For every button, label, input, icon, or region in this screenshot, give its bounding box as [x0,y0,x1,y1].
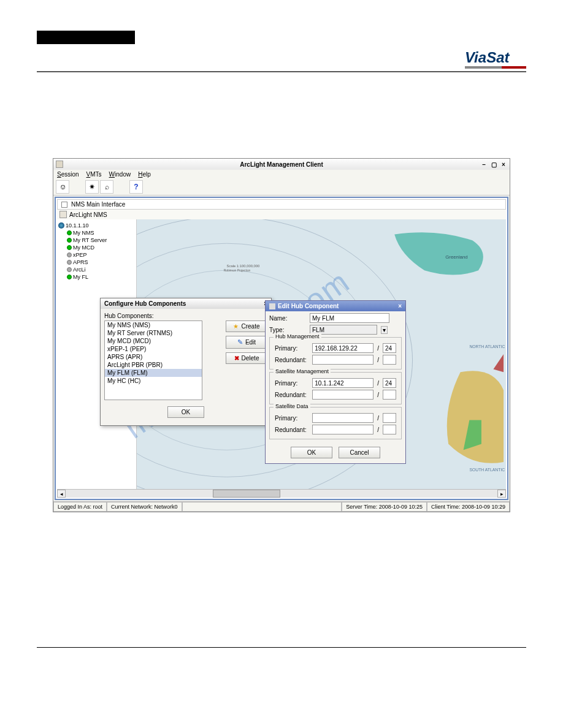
tree-node[interactable]: My NMS [58,229,135,237]
maximize-icon[interactable]: ▢ [490,161,497,168]
toolbar: ⎊ ✷ ⌕ ? [53,179,510,195]
delete-x-icon: ✖ [234,355,239,362]
cancel-button[interactable]: Cancel [339,447,380,458]
tree-node[interactable]: My RT Server [58,237,135,244]
earth-icon [58,222,64,229]
status-dot-icon [67,230,72,235]
name-label: Name: [269,315,306,322]
hub-mgmt-label: Hub Management [274,333,321,339]
dialog-title: Configure Hub Components [104,300,186,307]
scroll-right-arrow[interactable]: ▸ [497,490,506,498]
create-button[interactable]: ★Create [226,320,267,332]
status-server-time: Server Time: 2008-10-09 10:25 [342,502,427,512]
sat-mgmt-redundant-ip[interactable] [312,390,373,400]
edit-hub-dialog: Edit Hub Component × Name: Type: ▾ Hub M… [265,300,406,464]
hub-primary-mask[interactable] [383,343,396,353]
close-icon[interactable]: × [500,161,507,168]
app-window: ArcLight Management Client – ▢ × Session… [53,158,510,512]
sat-data-label: Satellite Data [274,403,310,409]
window-titlebar: ArcLight Management Client – ▢ × [53,159,510,170]
hub-primary-ip[interactable] [312,343,373,353]
svg-text:Greenland: Greenland [445,254,467,260]
subpanel-arclight: ArcLight NMS [57,210,506,219]
status-dot-icon [67,238,72,243]
svg-text:SOUTH ATLANTIC OCEAN: SOUTH ATLANTIC OCEAN [469,468,506,472]
brand-logo: ViaSat [465,49,526,69]
chevron-down-icon[interactable]: ▾ [381,326,388,334]
toolbar-btn-2[interactable]: ✷ [85,180,99,194]
status-network: Current Network: Network0 [107,502,182,512]
list-item[interactable]: APRS (APR) [105,353,202,361]
menu-help[interactable]: Help [138,171,151,178]
toolbar-btn-1[interactable]: ⎊ [56,180,69,194]
window-title: ArcLight Management Client [240,161,323,168]
scroll-left-arrow[interactable]: ◂ [57,490,66,498]
subpanel-nms: NMS Main Interface [57,199,506,210]
sat-data-redundant-mask[interactable] [383,425,396,434]
tree-node[interactable]: ArcLi [58,266,135,273]
edit-button[interactable]: ✎Edit [226,336,267,349]
footer-rule [37,647,526,648]
scroll-thumb[interactable] [213,490,280,498]
list-item[interactable]: My MCD (MCD) [105,337,202,345]
svg-text:Robinson Projection: Robinson Projection [224,269,251,272]
menubar: Session VMTs Window Help [53,170,510,179]
tree-node[interactable]: xPEP [58,251,135,259]
list-item[interactable]: ArcLight PBR (PBR) [105,361,202,369]
tree-node[interactable]: APRS [58,259,135,266]
sat-data-redundant-ip[interactable] [312,425,373,434]
status-dot-icon [67,267,72,272]
status-dot-icon [67,245,72,250]
ok-button[interactable]: OK [291,447,332,458]
delete-button[interactable]: ✖Delete [226,352,267,364]
dialog-title: Edit Hub Component [278,303,339,309]
status-login: Logged In As: root [53,502,107,512]
tree-root[interactable]: 10.1.1.10 [58,222,135,229]
horizontal-scrollbar[interactable]: ◂ ▸ [57,489,506,498]
pencil-icon: ✎ [237,338,243,346]
doc-header-blackbar [37,31,135,44]
list-item[interactable]: My FLM (FLM) [105,369,202,377]
sat-data-primary-ip[interactable] [312,413,373,423]
name-input[interactable] [310,313,389,323]
svg-text:Scale 1:100,000,000: Scale 1:100,000,000 [227,264,260,268]
ok-button[interactable]: OK [167,406,204,418]
sat-mgmt-label: Satellite Management [274,368,331,374]
toolbar-btn-3[interactable]: ⌕ [100,180,113,194]
menu-vmts[interactable]: VMTs [86,171,102,178]
configure-hub-dialog: Configure Hub Components × Hub Component… [100,298,272,426]
close-icon[interactable]: × [398,303,402,309]
tree-node[interactable]: My FL [58,273,135,281]
hub-redundant-mask[interactable] [383,355,396,365]
list-item[interactable]: xPEP-1 (PEP) [105,345,202,353]
app-icon [56,161,63,168]
status-client-time: Client Time: 2008-10-09 10:29 [427,502,510,512]
minimize-icon[interactable]: – [480,161,488,168]
list-item[interactable]: My NMS (NMS) [105,321,202,329]
hub-list-label: Hub Components: [104,313,267,319]
sat-mgmt-primary-ip[interactable] [312,378,373,388]
sat-mgmt-primary-mask[interactable] [383,378,396,388]
tree-node[interactable]: My MCD [58,244,135,251]
list-item[interactable]: My RT Server (RTNMS) [105,329,202,337]
statusbar: Logged In As: root Current Network: Netw… [53,501,510,512]
hub-components-list[interactable]: My NMS (NMS)My RT Server (RTNMS)My MCD (… [104,320,202,400]
star-icon: ★ [233,323,239,330]
status-dot-icon [67,252,72,257]
menu-session[interactable]: Session [57,171,79,178]
sat-mgmt-redundant-mask[interactable] [383,390,396,400]
list-item[interactable]: My HC (HC) [105,377,202,385]
status-dot-icon [67,275,72,279]
menu-window[interactable]: Window [109,171,131,178]
toolbar-help-btn[interactable]: ? [129,180,143,194]
status-dot-icon [67,260,72,265]
svg-text:NORTH ATLANTIC OCEAN: NORTH ATLANTIC OCEAN [469,344,506,349]
type-label: Type: [269,327,306,333]
hub-redundant-ip[interactable] [312,355,373,365]
java-icon [269,303,275,309]
sat-data-primary-mask[interactable] [383,413,396,423]
